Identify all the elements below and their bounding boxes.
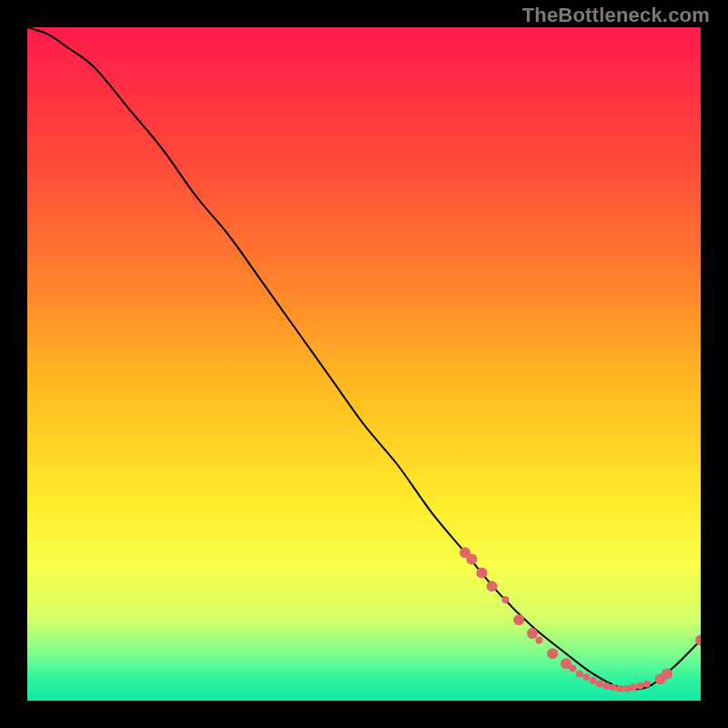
highlight-point: [487, 581, 498, 592]
highlight-point: [466, 554, 477, 565]
highlight-point: [596, 681, 603, 688]
chart-svg: [27, 27, 701, 701]
highlight-point: [513, 614, 524, 625]
highlight-point: [527, 628, 538, 639]
chart-container: TheBottleneck.com: [0, 0, 728, 728]
gradient-background: [27, 27, 701, 701]
highlight-point: [547, 648, 558, 659]
highlight-point: [535, 636, 542, 643]
highlight-point: [569, 664, 576, 672]
highlight-point: [590, 677, 597, 684]
highlight-point: [501, 596, 509, 603]
highlight-point: [610, 683, 617, 691]
highlight-point: [623, 685, 631, 693]
highlight-point: [662, 668, 672, 679]
plot-area: [27, 27, 701, 701]
highlight-point: [582, 673, 590, 681]
highlight-point: [630, 683, 637, 691]
highlight-point: [576, 670, 583, 677]
highlight-point: [636, 682, 643, 690]
highlight-point: [477, 567, 488, 578]
watermark-text: TheBottleneck.com: [522, 4, 710, 27]
highlight-point: [616, 685, 623, 693]
highlight-point: [643, 681, 651, 688]
highlight-point: [602, 682, 610, 690]
